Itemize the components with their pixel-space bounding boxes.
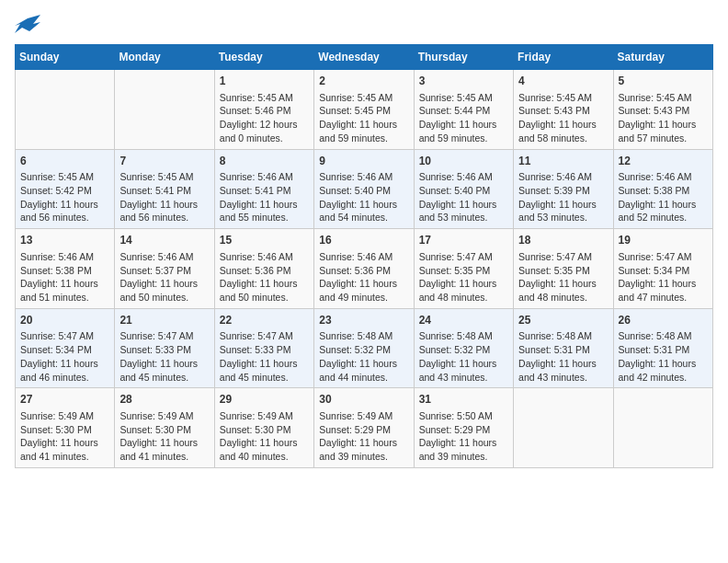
calendar-cell: 30Sunrise: 5:49 AM Sunset: 5:29 PM Dayli… [314,388,414,468]
day-number: 12 [619,154,708,169]
day-info: Sunrise: 5:47 AM Sunset: 5:34 PM Dayligh… [20,329,109,384]
calendar-body: 1Sunrise: 5:45 AM Sunset: 5:46 PM Daylig… [16,70,713,468]
calendar-cell: 16Sunrise: 5:46 AM Sunset: 5:36 PM Dayli… [314,229,414,309]
day-info: Sunrise: 5:49 AM Sunset: 5:29 PM Dayligh… [319,409,408,464]
day-number: 24 [419,313,508,328]
day-number: 26 [619,313,708,328]
day-info: Sunrise: 5:45 AM Sunset: 5:42 PM Dayligh… [20,170,109,224]
day-info: Sunrise: 5:46 AM Sunset: 5:36 PM Dayligh… [220,250,309,304]
day-info: Sunrise: 5:47 AM Sunset: 5:35 PM Dayligh… [518,250,608,304]
day-number: 30 [319,392,408,408]
day-info: Sunrise: 5:46 AM Sunset: 5:39 PM Dayligh… [518,170,608,224]
calendar-week-5: 27Sunrise: 5:49 AM Sunset: 5:30 PM Dayli… [16,388,713,468]
day-number: 23 [319,313,408,328]
day-info: Sunrise: 5:47 AM Sunset: 5:35 PM Dayligh… [419,250,508,304]
calendar-week-3: 13Sunrise: 5:46 AM Sunset: 5:38 PM Dayli… [16,229,713,309]
calendar-header-saturday: Saturday [613,45,712,70]
calendar-cell: 5Sunrise: 5:45 AM Sunset: 5:43 PM Daylig… [613,70,712,150]
day-info: Sunrise: 5:46 AM Sunset: 5:40 PM Dayligh… [419,170,508,224]
day-info: Sunrise: 5:45 AM Sunset: 5:44 PM Dayligh… [419,91,508,145]
day-info: Sunrise: 5:50 AM Sunset: 5:29 PM Dayligh… [419,409,508,464]
day-number: 10 [419,154,508,169]
calendar-cell [514,388,613,468]
logo-bird-icon [15,15,40,37]
day-number: 8 [220,154,309,169]
calendar-cell: 14Sunrise: 5:46 AM Sunset: 5:37 PM Dayli… [115,229,214,309]
day-info: Sunrise: 5:45 AM Sunset: 5:43 PM Dayligh… [518,91,608,145]
calendar-cell: 13Sunrise: 5:46 AM Sunset: 5:38 PM Dayli… [16,229,115,309]
logo [15,15,44,37]
day-number: 28 [119,392,209,408]
day-number: 22 [220,313,309,328]
calendar-cell: 29Sunrise: 5:49 AM Sunset: 5:30 PM Dayli… [214,388,313,468]
calendar-cell: 2Sunrise: 5:45 AM Sunset: 5:45 PM Daylig… [314,70,414,150]
day-info: Sunrise: 5:45 AM Sunset: 5:41 PM Dayligh… [119,170,209,224]
day-info: Sunrise: 5:49 AM Sunset: 5:30 PM Dayligh… [119,409,209,464]
calendar-week-2: 6Sunrise: 5:45 AM Sunset: 5:42 PM Daylig… [16,149,713,229]
calendar-cell: 19Sunrise: 5:47 AM Sunset: 5:34 PM Dayli… [613,229,712,309]
calendar-cell: 20Sunrise: 5:47 AM Sunset: 5:34 PM Dayli… [16,308,115,388]
day-number: 13 [20,233,109,248]
day-info: Sunrise: 5:46 AM Sunset: 5:41 PM Dayligh… [220,170,309,224]
calendar-cell [613,388,712,468]
calendar-cell: 26Sunrise: 5:48 AM Sunset: 5:31 PM Dayli… [613,308,712,388]
day-number: 19 [619,233,708,248]
calendar-week-4: 20Sunrise: 5:47 AM Sunset: 5:34 PM Dayli… [16,308,713,388]
calendar-header-monday: Monday [115,45,214,70]
calendar-cell: 6Sunrise: 5:45 AM Sunset: 5:42 PM Daylig… [16,149,115,229]
calendar-header-sunday: Sunday [16,45,115,70]
calendar-cell: 7Sunrise: 5:45 AM Sunset: 5:41 PM Daylig… [115,149,214,229]
day-number: 29 [220,392,309,408]
day-info: Sunrise: 5:48 AM Sunset: 5:32 PM Dayligh… [319,329,408,384]
calendar-cell: 11Sunrise: 5:46 AM Sunset: 5:39 PM Dayli… [514,149,613,229]
calendar-table: SundayMondayTuesdayWednesdayThursdayFrid… [15,44,713,468]
calendar-cell: 25Sunrise: 5:48 AM Sunset: 5:31 PM Dayli… [514,308,613,388]
calendar-cell: 4Sunrise: 5:45 AM Sunset: 5:43 PM Daylig… [514,70,613,150]
calendar-cell: 28Sunrise: 5:49 AM Sunset: 5:30 PM Dayli… [115,388,214,468]
calendar-cell [115,70,214,150]
calendar-cell: 9Sunrise: 5:46 AM Sunset: 5:40 PM Daylig… [314,149,414,229]
day-number: 9 [319,154,408,169]
day-info: Sunrise: 5:46 AM Sunset: 5:38 PM Dayligh… [619,170,708,224]
calendar-cell: 18Sunrise: 5:47 AM Sunset: 5:35 PM Dayli… [514,229,613,309]
day-number: 31 [419,392,508,408]
calendar-cell: 8Sunrise: 5:46 AM Sunset: 5:41 PM Daylig… [214,149,313,229]
day-info: Sunrise: 5:48 AM Sunset: 5:31 PM Dayligh… [518,329,608,384]
calendar-week-1: 1Sunrise: 5:45 AM Sunset: 5:46 PM Daylig… [16,70,713,150]
calendar-cell: 22Sunrise: 5:47 AM Sunset: 5:33 PM Dayli… [214,308,313,388]
calendar-cell: 1Sunrise: 5:45 AM Sunset: 5:46 PM Daylig… [214,70,313,150]
day-number: 11 [518,154,608,169]
day-number: 20 [20,313,109,328]
day-info: Sunrise: 5:45 AM Sunset: 5:45 PM Dayligh… [319,91,408,145]
svg-marker-0 [15,15,40,33]
day-number: 18 [518,233,608,248]
day-info: Sunrise: 5:47 AM Sunset: 5:34 PM Dayligh… [619,250,708,304]
day-number: 7 [119,154,209,169]
calendar-cell: 31Sunrise: 5:50 AM Sunset: 5:29 PM Dayli… [414,388,513,468]
day-info: Sunrise: 5:47 AM Sunset: 5:33 PM Dayligh… [119,329,209,384]
day-info: Sunrise: 5:45 AM Sunset: 5:46 PM Dayligh… [220,91,309,145]
day-number: 16 [319,233,408,248]
calendar-header-thursday: Thursday [414,45,513,70]
day-number: 6 [20,154,109,169]
day-info: Sunrise: 5:46 AM Sunset: 5:40 PM Dayligh… [319,170,408,224]
day-info: Sunrise: 5:48 AM Sunset: 5:31 PM Dayligh… [619,329,708,384]
calendar-cell: 3Sunrise: 5:45 AM Sunset: 5:44 PM Daylig… [414,70,513,150]
day-info: Sunrise: 5:47 AM Sunset: 5:33 PM Dayligh… [220,329,309,384]
calendar-cell: 27Sunrise: 5:49 AM Sunset: 5:30 PM Dayli… [16,388,115,468]
page-header [15,15,713,37]
calendar-cell: 10Sunrise: 5:46 AM Sunset: 5:40 PM Dayli… [414,149,513,229]
day-info: Sunrise: 5:49 AM Sunset: 5:30 PM Dayligh… [220,409,309,464]
calendar-cell: 24Sunrise: 5:48 AM Sunset: 5:32 PM Dayli… [414,308,513,388]
day-number: 15 [220,233,309,248]
calendar-cell [16,70,115,150]
calendar-cell: 23Sunrise: 5:48 AM Sunset: 5:32 PM Dayli… [314,308,414,388]
calendar-cell: 21Sunrise: 5:47 AM Sunset: 5:33 PM Dayli… [115,308,214,388]
day-info: Sunrise: 5:45 AM Sunset: 5:43 PM Dayligh… [619,91,708,145]
day-number: 17 [419,233,508,248]
day-number: 25 [518,313,608,328]
day-number: 2 [319,74,408,89]
day-number: 4 [518,74,608,89]
day-info: Sunrise: 5:46 AM Sunset: 5:38 PM Dayligh… [20,250,109,304]
day-number: 21 [119,313,209,328]
